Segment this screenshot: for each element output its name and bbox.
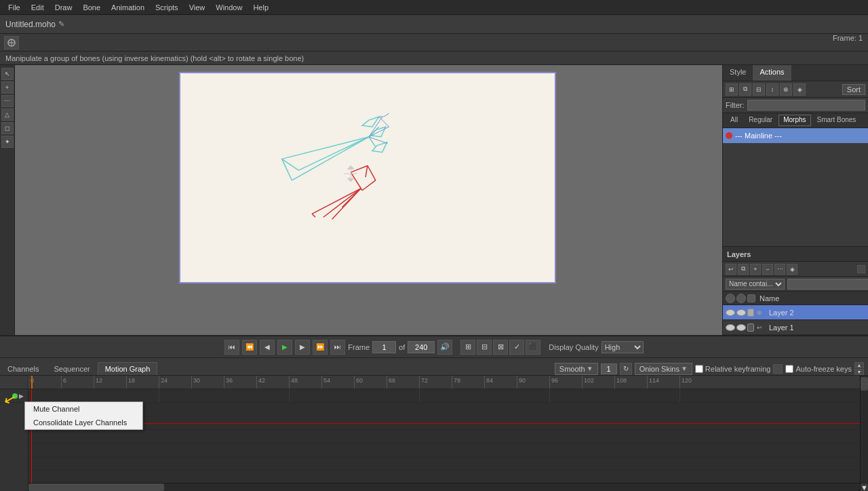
layer1-lock[interactable]	[747, 323, 754, 332]
ruler-mark-24: 24	[159, 376, 169, 389]
volume-btn[interactable]: 🔊	[437, 340, 452, 355]
morph-tab-regular[interactable]: Regular	[744, 115, 777, 126]
morph-tab-all[interactable]: All	[726, 115, 743, 126]
vscroll-down[interactable]: ▼	[861, 483, 868, 491]
layer-tool-duplicate[interactable]: ⧉	[738, 264, 749, 275]
smooth-button[interactable]: Smooth ▼	[555, 363, 598, 375]
tool-btn-3[interactable]: ⋯	[1, 95, 14, 107]
rtool-btn-3[interactable]: ⊟	[753, 83, 765, 96]
menu-bone[interactable]: Bone	[77, 2, 106, 13]
tab-style[interactable]: Style	[723, 65, 753, 81]
svg-line-22	[362, 180, 376, 191]
sort-button[interactable]: Sort	[842, 84, 865, 95]
menu-animation[interactable]: Animation	[106, 2, 150, 13]
track-row-1-icon[interactable]: ▶	[19, 393, 24, 399]
frame-total-input[interactable]: 240	[408, 341, 435, 353]
transport-rewind-start[interactable]: ⏮	[224, 340, 239, 355]
tool-btn-1[interactable]: ↖	[1, 68, 14, 80]
svg-line-19	[384, 121, 389, 127]
svg-line-29	[312, 214, 315, 217]
layer2-eye[interactable]	[726, 309, 735, 316]
tool-btn-5[interactable]: ◻	[1, 122, 14, 134]
rtool-btn-4[interactable]: ↕	[766, 83, 778, 96]
tab-sequencer[interactable]: Sequencer	[46, 362, 97, 375]
auto-freeze-checkbox[interactable]	[785, 365, 793, 373]
view-btn-4[interactable]: ✓	[509, 340, 524, 355]
view-btn-5[interactable]: ⬛	[526, 340, 540, 355]
transport-prev-key[interactable]: ⏪	[242, 340, 257, 355]
tab-motion-graph[interactable]: Motion Graph	[98, 362, 158, 375]
layer1-eye2[interactable]	[736, 324, 746, 331]
rel-keyframe-checkbox[interactable]	[695, 365, 703, 373]
rtool-btn-5[interactable]: ⊗	[780, 83, 792, 96]
layer-tool-undo[interactable]: ↩	[726, 264, 736, 275]
morph-tab-morphs[interactable]: Morphs	[778, 115, 810, 126]
onion-label: Onion Skins	[639, 365, 679, 373]
onion-skins-button[interactable]: Onion Skins ▼	[635, 363, 692, 375]
vertical-scrollbar[interactable]: ▼	[860, 376, 868, 491]
loop-icon[interactable]: ↻	[620, 363, 632, 375]
rtool-btn-2[interactable]: ⧉	[739, 83, 751, 96]
name-contains-row: Name contai...	[723, 277, 868, 292]
right-tabs: Style Actions	[723, 65, 868, 81]
transport-forward-end[interactable]: ⏭	[330, 340, 345, 355]
vscroll-thumb[interactable]	[861, 377, 868, 391]
transport-play[interactable]: ▶	[277, 340, 292, 355]
dq-dropdown[interactable]: High Medium Low	[601, 341, 644, 353]
scrollbar-thumb[interactable]	[28, 484, 164, 491]
frame-input[interactable]: 1	[372, 341, 396, 353]
menu-view[interactable]: View	[184, 2, 211, 13]
view-btn-3[interactable]: ⊠	[493, 340, 508, 355]
menu-scripts[interactable]: Scripts	[150, 2, 184, 13]
tool-ik[interactable]	[4, 36, 19, 50]
ctx-mute-channel[interactable]: Mute Channel	[25, 402, 142, 416]
submark-3	[419, 389, 420, 402]
menu-help[interactable]: Help	[248, 2, 274, 13]
name-contains-select[interactable]: Name contai...	[726, 279, 785, 290]
layer2-name: Layer 2	[769, 309, 794, 317]
view-btns: ⊞ ⊟ ⊠ ✓ ⬛	[460, 340, 540, 355]
track-col-header	[0, 376, 28, 389]
tab-actions[interactable]: Actions	[753, 65, 791, 81]
layer2-lock[interactable]	[747, 309, 754, 317]
tool-btn-6[interactable]: ✦	[1, 136, 14, 148]
menu-file[interactable]: File	[3, 2, 26, 13]
transport-step-forward[interactable]: ▶	[295, 340, 310, 355]
layer1-eye[interactable]	[726, 324, 735, 331]
layer-row-2[interactable]: ⊕ Layer 2	[723, 305, 868, 320]
ruler-mark-90: 90	[517, 376, 527, 389]
horizontal-scrollbar[interactable]	[28, 483, 860, 491]
layer-tool-add[interactable]: +	[750, 264, 761, 275]
tool-btn-2[interactable]: +	[1, 81, 14, 94]
edit-icon[interactable]: ✎	[58, 20, 64, 28]
tab-channels[interactable]: Channels	[0, 362, 46, 375]
ctx-consolidate-channels[interactable]: Consolidate Layer Channels	[25, 416, 142, 429]
filter-input[interactable]	[747, 100, 866, 111]
morph-tab-smartbones[interactable]: Smart Bones	[812, 115, 861, 126]
view-btn-2[interactable]: ⊟	[477, 340, 492, 355]
layer-scroll-handle[interactable]	[857, 265, 865, 273]
dq-label: Display Quality	[549, 343, 598, 351]
ruler-mark-108: 108	[614, 376, 628, 389]
layer-tool-delete[interactable]: −	[762, 264, 773, 275]
rtool-btn-1[interactable]: ⊞	[726, 83, 738, 96]
down-btn[interactable]: ▼	[854, 369, 864, 375]
layer-row-1[interactable]: ↩ Layer 1	[723, 320, 868, 335]
up-btn[interactable]: ▲	[854, 362, 864, 368]
col-eye-icon	[726, 294, 735, 303]
submark-2	[289, 389, 290, 402]
view-btn-1[interactable]: ⊞	[460, 340, 475, 355]
tool-btn-4[interactable]: △	[1, 109, 14, 121]
name-contains-input[interactable]	[787, 279, 868, 290]
layer1-name: Layer 1	[769, 323, 794, 332]
layer-tool-more[interactable]: ◈	[787, 264, 797, 275]
menu-edit[interactable]: Edit	[26, 2, 50, 13]
transport-step-back[interactable]: ◀	[260, 340, 275, 355]
layer-tool-settings[interactable]: ⋯	[774, 264, 785, 275]
interp-num-input[interactable]: 1	[601, 364, 617, 374]
menu-window[interactable]: Window	[210, 2, 248, 13]
menu-draw[interactable]: Draw	[50, 2, 78, 13]
layer2-eye2[interactable]	[736, 309, 746, 316]
transport-next-key[interactable]: ⏩	[313, 340, 328, 355]
rtool-btn-6[interactable]: ◈	[793, 83, 806, 96]
